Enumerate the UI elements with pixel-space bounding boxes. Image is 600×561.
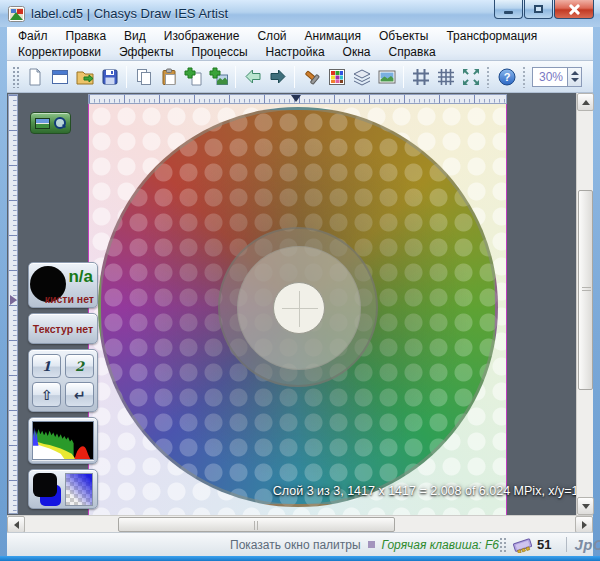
scroll-up-button[interactable] [577, 93, 594, 111]
title-bar[interactable]: label.cd5 | Chasys Draw IES Artist [0, 0, 600, 27]
menu-help[interactable]: Справка [380, 45, 445, 59]
up-arrow-icon [582, 100, 590, 105]
horizontal-ruler[interactable] [88, 94, 507, 104]
scroll-left-button[interactable] [7, 516, 25, 533]
shift-arrow-icon: ⇧ [41, 387, 53, 403]
copy-button[interactable] [131, 64, 156, 90]
gradient-transparency-swatch[interactable] [65, 473, 93, 506]
zoom-spinner [568, 67, 582, 87]
app-icon [8, 6, 25, 22]
menu-processes[interactable]: Процессы [183, 45, 257, 59]
close-button[interactable] [554, 0, 594, 19]
toolbar-separator [403, 66, 404, 88]
window-title: label.cd5 | Chasys Draw IES Artist [31, 6, 228, 21]
navigator-button[interactable] [30, 112, 71, 134]
enter-arrow-icon: ↵ [74, 387, 86, 403]
save-button[interactable] [97, 64, 122, 90]
canvas-button[interactable] [374, 64, 399, 90]
vertical-scrollbar-thumb[interactable] [578, 190, 593, 390]
scroll-down-button[interactable] [577, 497, 594, 515]
paste-as-image-button[interactable] [181, 64, 206, 90]
vertical-scrollbar[interactable] [576, 93, 593, 515]
horizontal-scrollbar[interactable] [7, 515, 593, 532]
menu-image[interactable]: Изображение [155, 29, 249, 43]
menu-effects[interactable]: Эффекты [110, 45, 183, 59]
zoom-in-button[interactable] [571, 71, 579, 75]
foreground-background-swatch[interactable] [33, 473, 61, 506]
toolbar-separator [235, 66, 236, 88]
zoom-out-button[interactable] [571, 78, 579, 82]
undo-arrow-icon [243, 67, 263, 87]
preset-2-button[interactable]: 2 [65, 354, 94, 378]
minimize-button[interactable] [494, 0, 523, 19]
new-document-icon [25, 67, 45, 87]
toolbar-separator [294, 66, 295, 88]
paste-button[interactable] [156, 64, 181, 90]
menu-settings[interactable]: Настройка [257, 45, 334, 59]
memory-count: 51 [537, 537, 551, 552]
menu-transformation[interactable]: Трансформация [437, 29, 546, 43]
status-right-group: 51 JpCHA² [499, 533, 600, 556]
save-floppy-icon [100, 67, 120, 87]
open-folder-icon [75, 67, 95, 87]
vertical-ruler[interactable] [8, 94, 18, 514]
undo-button[interactable] [240, 64, 265, 90]
preset-1-button[interactable]: 1 [32, 354, 61, 378]
menu-objects[interactable]: Объекты [370, 29, 438, 43]
frame-icon [411, 67, 431, 87]
texture-panel[interactable]: Текстур нет [28, 313, 98, 344]
open-button[interactable] [72, 64, 97, 90]
maximize-icon [534, 5, 543, 13]
down-arrow-icon [582, 504, 590, 509]
brush-size-label: n/a [68, 267, 93, 287]
menu-adjustments[interactable]: Корректировки [9, 45, 110, 59]
menu-view[interactable]: Вид [115, 29, 155, 43]
grid-icon [436, 67, 456, 87]
grid-button[interactable] [433, 64, 458, 90]
preset-1-label: 1 [42, 359, 51, 374]
menu-row-2: Корректировки Эффекты Процессы Настройка… [9, 44, 591, 60]
canvas-image[interactable] [88, 104, 507, 515]
foreground-color-swatch[interactable] [33, 473, 57, 497]
menu-bar: Файл Правка Вид Изображение Слой Анимаци… [7, 27, 593, 61]
menu-file[interactable]: Файл [9, 29, 57, 43]
toolbar-separator [126, 66, 127, 88]
zoom-input[interactable]: 30% [532, 67, 568, 87]
window-icon [50, 67, 70, 87]
menu-layer[interactable]: Слой [248, 29, 295, 43]
thumb-grip [254, 521, 260, 530]
toolbar-grip[interactable] [12, 66, 19, 88]
maximize-button[interactable] [524, 0, 553, 19]
paste-as-layer-button[interactable] [206, 64, 231, 90]
magnifier-icon [54, 117, 66, 129]
color-swatch-panel [28, 469, 98, 509]
horizontal-scrollbar-thumb[interactable] [118, 517, 395, 532]
tools-button[interactable] [299, 64, 324, 90]
menu-windows[interactable]: Окна [334, 45, 380, 59]
menu-edit[interactable]: Правка [57, 29, 116, 43]
shift-button[interactable]: ⇧ [32, 382, 61, 407]
new-image-button[interactable] [22, 64, 47, 90]
canvas-size-button[interactable] [408, 64, 433, 90]
help-button[interactable]: ? [494, 64, 519, 90]
help-icon: ? [497, 67, 517, 87]
paste-new-layer-icon [209, 67, 229, 87]
brand-logo: JpCHA² [575, 536, 600, 553]
brush-panel[interactable]: n/a кисти нет [28, 262, 98, 308]
enter-button[interactable]: ↵ [65, 382, 94, 407]
brush-status-label: кисти нет [45, 293, 94, 305]
layers-button[interactable] [349, 64, 374, 90]
toolbar-separator-dotted [486, 66, 491, 88]
menu-animation[interactable]: Анимация [296, 29, 370, 43]
memory-chip-icon [511, 536, 535, 553]
palette-button[interactable] [324, 64, 349, 90]
scroll-right-button[interactable] [575, 516, 593, 533]
fullscreen-button[interactable] [458, 64, 483, 90]
preset-2-label: 2 [75, 359, 84, 374]
palette-hint-text: Показать окно палитры [230, 538, 361, 552]
histogram-panel[interactable] [28, 417, 98, 464]
new-window-button[interactable] [47, 64, 72, 90]
copy-icon [134, 67, 154, 87]
hotkey-text: Горячая клавиша: F6 [382, 538, 499, 552]
redo-button[interactable] [265, 64, 290, 90]
